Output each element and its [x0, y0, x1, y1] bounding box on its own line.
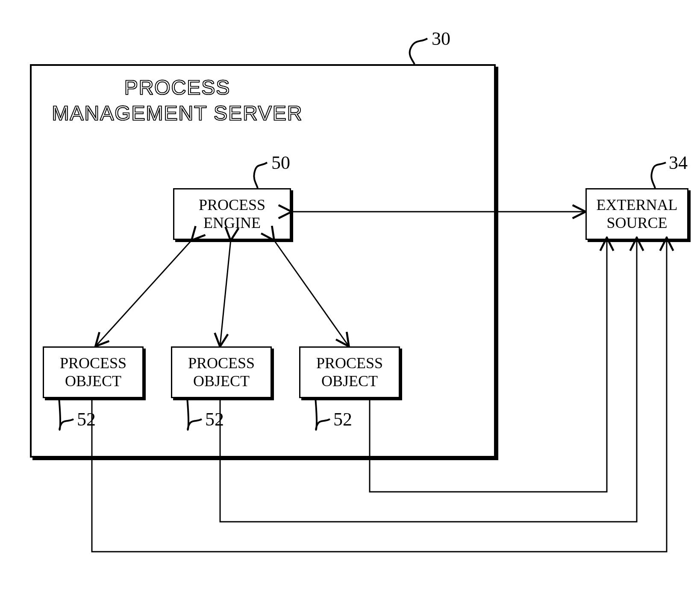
process-object-box-3: PROCESS OBJECT: [299, 346, 400, 398]
ref-50: 50: [271, 152, 290, 174]
ref-34: 34: [669, 152, 688, 174]
process-object-box-1: PROCESS OBJECT: [43, 346, 144, 398]
external-source-box: EXTERNAL SOURCE: [585, 188, 688, 240]
server-title: PROCESS MANAGEMENT SERVER: [49, 75, 306, 126]
ref-30: 30: [432, 28, 450, 50]
ref-52-1: 52: [77, 408, 96, 430]
ref-52-3: 52: [333, 408, 352, 430]
process-object-box-2: PROCESS OBJECT: [171, 346, 272, 398]
process-engine-box: PROCESS ENGINE: [173, 188, 291, 240]
ref-52-2: 52: [205, 408, 224, 430]
